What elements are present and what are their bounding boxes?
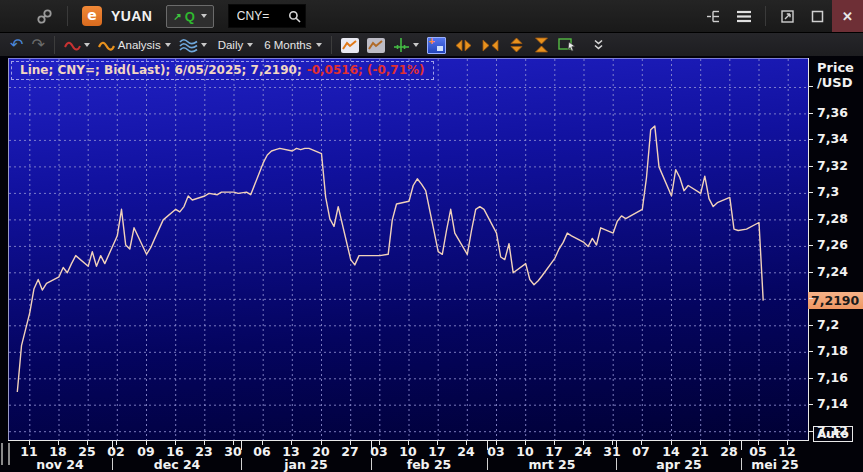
- chevron-down-icon: [165, 43, 171, 47]
- add-subchart-icon: +: [427, 37, 446, 54]
- window-controls: ✕: [699, 0, 863, 32]
- price-tick: [809, 86, 813, 87]
- quote-arrow-icon: ↗: [173, 11, 181, 22]
- close-icon[interactable]: ✕: [832, 0, 863, 32]
- add-subchart-button[interactable]: +: [423, 33, 450, 57]
- chart-region: Line; CNY=; Bid(Last); 6/05/2025; 7,2190…: [0, 56, 863, 472]
- price-tick: [809, 219, 813, 220]
- price-tick: [809, 166, 813, 167]
- last-price-tag: 7,2190: [808, 292, 863, 309]
- symbol-search-box[interactable]: [228, 4, 306, 28]
- price-tick-label: 7,28: [817, 211, 848, 226]
- price-axis[interactable]: Price /USD 7,2190 Auto 7,367,347,327,37,…: [808, 58, 863, 440]
- undo-button[interactable]: ↶: [6, 33, 27, 57]
- zoom-select-icon: [558, 37, 578, 53]
- price-tick: [809, 298, 813, 299]
- analysis-dropdown[interactable]: Analysis: [94, 33, 175, 57]
- divider: [54, 36, 55, 54]
- month-boundary-tick: [241, 441, 242, 450]
- popout-window-icon[interactable]: [772, 0, 802, 32]
- toolbar-overflow-button[interactable]: [588, 33, 609, 57]
- date-tick-label: 09: [137, 444, 154, 459]
- month-label: mrt 25: [529, 457, 576, 472]
- month-separator: [371, 458, 372, 470]
- chart-thumbnail-icon: [341, 38, 359, 53]
- interval-label: Daily: [218, 39, 244, 51]
- redo-button[interactable]: ↷: [27, 33, 48, 57]
- compress-vertical-icon: [533, 37, 550, 53]
- price-axis-title: Price /USD: [817, 60, 854, 90]
- date-tick-label: 07: [632, 444, 649, 459]
- date-tick-label: 30: [224, 444, 241, 459]
- price-tick-label: 7,26: [817, 237, 848, 252]
- chart-view-button[interactable]: [337, 33, 363, 57]
- divider: [67, 6, 68, 26]
- price-tick: [809, 139, 813, 140]
- compress-horizontal-icon: [481, 38, 500, 53]
- price-tick: [809, 404, 813, 405]
- range-dropdown[interactable]: 6 Months: [257, 33, 325, 57]
- range-label: 6 Months: [264, 39, 311, 51]
- price-tick-label: 7,36: [817, 105, 848, 120]
- date-tick-label: 03: [370, 444, 387, 459]
- month-label: apr 25: [656, 457, 701, 472]
- price-tick-label: 7,14: [817, 396, 848, 411]
- title-bar: e YUAN ↗ Q: [0, 0, 863, 33]
- price-line-chart: [9, 59, 809, 441]
- compress-vertical-button[interactable]: [529, 33, 554, 57]
- price-tick-label: 7,2: [817, 317, 839, 332]
- axis-settings-dropdown[interactable]: [389, 33, 423, 57]
- chart-plot-area[interactable]: Line; CNY=; Bid(Last); 6/05/2025; 7,2190…: [8, 58, 809, 441]
- date-tick-label: 24: [574, 444, 591, 459]
- date-tick-label: 28: [720, 444, 737, 459]
- price-tick-label: 7,32: [817, 158, 848, 173]
- price-tick: [809, 378, 813, 379]
- menu-hamburger-icon[interactable]: [729, 0, 759, 32]
- resize-grip[interactable]: [1, 443, 10, 465]
- price-tick-label: 7,34: [817, 131, 848, 146]
- price-tick: [809, 192, 813, 193]
- month-label: mei 25: [751, 457, 799, 472]
- quote-q-label: Q: [185, 9, 195, 24]
- chart-snapshot-button[interactable]: [363, 33, 389, 57]
- compress-horizontal-button[interactable]: [477, 33, 504, 57]
- zoom-select-button[interactable]: [554, 33, 582, 57]
- line-style-icon: [64, 39, 81, 52]
- link-channel-icon[interactable]: [36, 8, 53, 25]
- month-boundary-tick: [741, 441, 742, 450]
- month-separator: [741, 458, 742, 470]
- date-tick-label: 03: [487, 444, 504, 459]
- maximize-icon[interactable]: [802, 0, 832, 32]
- title-bar-left: e YUAN ↗ Q: [0, 4, 306, 28]
- chevron-down-icon: [413, 43, 419, 47]
- interval-dropdown[interactable]: Daily: [211, 33, 258, 57]
- month-boundary-tick: [371, 441, 372, 450]
- chevron-down-icon: [316, 43, 322, 47]
- quote-app-menu-button[interactable]: ↗ Q: [166, 5, 214, 28]
- analysis-label: Analysis: [118, 39, 161, 51]
- month-label: dec 24: [154, 457, 201, 472]
- price-tick: [809, 351, 813, 352]
- app-window: e YUAN ↗ Q: [0, 0, 863, 472]
- expand-horizontal-button[interactable]: [450, 33, 477, 57]
- overlay-dropdown[interactable]: [175, 33, 211, 57]
- chart-legend[interactable]: Line; CNY=; Bid(Last); 6/05/2025; 7,2190…: [11, 61, 434, 80]
- price-tick: [809, 113, 813, 114]
- date-tick-label: 11: [20, 444, 37, 459]
- expand-horizontal-icon: [454, 38, 473, 53]
- chevron-down-icon: [84, 43, 90, 47]
- double-chevron-down-icon: [592, 39, 605, 51]
- date-axis[interactable]: 1118250209162330061320270310172403101724…: [0, 440, 863, 472]
- line-style-dropdown[interactable]: [60, 33, 94, 57]
- layout-link-icon[interactable]: [699, 0, 729, 32]
- search-icon: [288, 10, 301, 23]
- month-boundary-tick: [616, 441, 617, 450]
- app-logo-icon: e: [82, 6, 102, 26]
- month-boundary-tick: [487, 441, 488, 450]
- price-tick-label: 7,12: [817, 423, 848, 438]
- price-tick-label: 7,24: [817, 264, 848, 279]
- symbol-search-input[interactable]: [237, 9, 277, 23]
- expand-vertical-button[interactable]: [504, 33, 529, 57]
- month-label: jan 25: [284, 457, 327, 472]
- price-tick-label: 7,3: [817, 184, 839, 199]
